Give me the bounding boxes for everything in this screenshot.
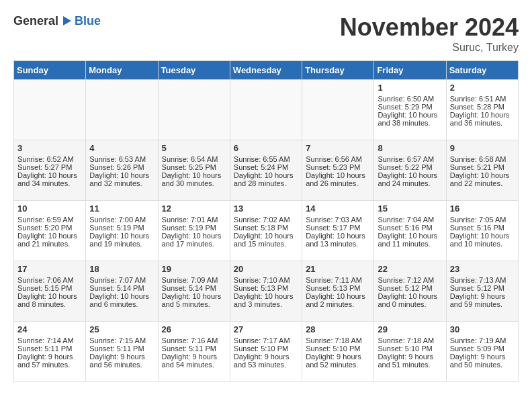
col-monday: Monday	[86, 61, 158, 80]
day-info: Sunrise: 7:11 AM	[306, 276, 370, 284]
day-info: Daylight: 10 hours and 30 minutes.	[162, 171, 226, 187]
day-number: 25	[89, 324, 154, 334]
calendar-cell: 27Sunrise: 7:17 AMSunset: 5:10 PMDayligh…	[230, 322, 302, 382]
calendar-cell: 17Sunrise: 7:06 AMSunset: 5:15 PMDayligh…	[14, 261, 86, 322]
day-info: Sunrise: 6:56 AM	[306, 155, 370, 163]
day-info: Daylight: 9 hours and 54 minutes.	[162, 353, 226, 369]
week-row-4: 17Sunrise: 7:06 AMSunset: 5:15 PMDayligh…	[14, 261, 519, 322]
day-info: Daylight: 10 hours and 32 minutes.	[89, 171, 154, 187]
day-info: Sunset: 5:27 PM	[17, 163, 82, 171]
day-info: Daylight: 10 hours and 15 minutes.	[234, 232, 298, 248]
day-number: 10	[17, 203, 82, 214]
col-friday: Friday	[374, 61, 446, 80]
day-info: Sunrise: 6:50 AM	[378, 95, 442, 103]
day-info: Sunset: 5:28 PM	[450, 103, 515, 111]
calendar-cell: 6Sunrise: 6:55 AMSunset: 5:24 PMDaylight…	[230, 140, 302, 201]
day-info: Sunrise: 7:05 AM	[450, 216, 515, 224]
calendar-cell: 1Sunrise: 6:50 AMSunset: 5:29 PMDaylight…	[374, 80, 446, 140]
day-info: Sunset: 5:20 PM	[17, 224, 82, 232]
day-info: Daylight: 10 hours and 3 minutes.	[234, 292, 298, 308]
day-number: 21	[306, 264, 370, 274]
calendar-cell: 16Sunrise: 7:05 AMSunset: 5:16 PMDayligh…	[446, 201, 518, 261]
day-info: Daylight: 10 hours and 38 minutes.	[378, 111, 442, 127]
day-number: 6	[234, 143, 298, 153]
day-info: Daylight: 10 hours and 24 minutes.	[378, 171, 442, 187]
calendar-cell: 29Sunrise: 7:18 AMSunset: 5:10 PMDayligh…	[374, 322, 446, 382]
day-info: Sunrise: 6:54 AM	[162, 155, 226, 163]
logo-arrow-icon	[59, 13, 74, 28]
calendar-cell	[230, 80, 302, 140]
day-info: Daylight: 10 hours and 0 minutes.	[378, 292, 442, 308]
day-info: Daylight: 9 hours and 53 minutes.	[234, 353, 298, 369]
location: Suruc, Turkey	[340, 42, 519, 54]
day-info: Sunrise: 7:07 AM	[89, 276, 154, 284]
day-info: Daylight: 10 hours and 19 minutes.	[89, 232, 154, 248]
day-info: Daylight: 10 hours and 10 minutes.	[450, 232, 515, 248]
day-number: 13	[234, 203, 298, 214]
day-info: Sunset: 5:12 PM	[378, 284, 442, 292]
day-info: Sunrise: 7:19 AM	[450, 336, 515, 345]
day-number: 28	[306, 324, 370, 334]
day-number: 1	[378, 83, 442, 93]
calendar-cell: 19Sunrise: 7:09 AMSunset: 5:14 PMDayligh…	[158, 261, 230, 322]
calendar-cell: 22Sunrise: 7:12 AMSunset: 5:12 PMDayligh…	[374, 261, 446, 322]
day-info: Daylight: 10 hours and 28 minutes.	[234, 171, 298, 187]
day-info: Sunset: 5:24 PM	[234, 163, 298, 171]
day-info: Sunrise: 7:13 AM	[450, 276, 515, 284]
day-info: Daylight: 9 hours and 57 minutes.	[17, 353, 82, 369]
day-number: 7	[306, 143, 370, 153]
day-info: Sunset: 5:17 PM	[306, 224, 370, 232]
day-info: Sunset: 5:21 PM	[450, 163, 515, 171]
calendar-cell: 26Sunrise: 7:16 AMSunset: 5:11 PMDayligh…	[158, 322, 230, 382]
calendar-cell	[158, 80, 230, 140]
day-number: 15	[378, 203, 442, 214]
svg-marker-0	[63, 16, 71, 26]
day-info: Sunset: 5:13 PM	[234, 284, 298, 292]
day-number: 30	[450, 324, 515, 334]
week-row-5: 24Sunrise: 7:14 AMSunset: 5:11 PMDayligh…	[14, 322, 519, 382]
col-wednesday: Wednesday	[230, 61, 302, 80]
day-info: Sunset: 5:25 PM	[162, 163, 226, 171]
logo: General Blue	[13, 13, 101, 28]
day-info: Sunrise: 6:55 AM	[234, 155, 298, 163]
day-info: Sunrise: 7:06 AM	[17, 276, 82, 284]
day-info: Sunset: 5:19 PM	[89, 224, 154, 232]
day-info: Sunset: 5:29 PM	[378, 103, 442, 111]
day-info: Sunset: 5:10 PM	[234, 345, 298, 353]
day-info: Sunset: 5:11 PM	[162, 345, 226, 353]
day-number: 24	[17, 324, 82, 334]
day-info: Daylight: 10 hours and 34 minutes.	[17, 171, 82, 187]
day-number: 14	[306, 203, 370, 214]
calendar-cell: 14Sunrise: 7:03 AMSunset: 5:17 PMDayligh…	[302, 201, 374, 261]
day-number: 26	[162, 324, 226, 334]
day-info: Sunset: 5:09 PM	[450, 345, 515, 353]
day-info: Sunset: 5:14 PM	[89, 284, 154, 292]
day-info: Sunset: 5:23 PM	[306, 163, 370, 171]
calendar-cell: 2Sunrise: 6:51 AMSunset: 5:28 PMDaylight…	[446, 80, 518, 140]
day-info: Sunrise: 7:17 AM	[234, 336, 298, 345]
day-info: Sunrise: 6:59 AM	[17, 216, 82, 224]
calendar-cell: 12Sunrise: 7:01 AMSunset: 5:19 PMDayligh…	[158, 201, 230, 261]
calendar-cell: 15Sunrise: 7:04 AMSunset: 5:16 PMDayligh…	[374, 201, 446, 261]
calendar-cell: 13Sunrise: 7:02 AMSunset: 5:18 PMDayligh…	[230, 201, 302, 261]
day-info: Daylight: 9 hours and 59 minutes.	[450, 292, 515, 308]
day-info: Daylight: 10 hours and 21 minutes.	[17, 232, 82, 248]
calendar-header-row: Sunday Monday Tuesday Wednesday Thursday…	[14, 61, 519, 80]
calendar-cell: 28Sunrise: 7:18 AMSunset: 5:10 PMDayligh…	[302, 322, 374, 382]
day-info: Daylight: 9 hours and 52 minutes.	[306, 353, 370, 369]
day-info: Daylight: 10 hours and 36 minutes.	[450, 111, 515, 127]
day-info: Daylight: 10 hours and 2 minutes.	[306, 292, 370, 308]
week-row-2: 3Sunrise: 6:52 AMSunset: 5:27 PMDaylight…	[14, 140, 519, 201]
calendar-cell: 11Sunrise: 7:00 AMSunset: 5:19 PMDayligh…	[86, 201, 158, 261]
day-info: Sunset: 5:19 PM	[162, 224, 226, 232]
day-info: Daylight: 10 hours and 26 minutes.	[306, 171, 370, 187]
day-info: Sunrise: 7:00 AM	[89, 216, 154, 224]
day-number: 17	[17, 264, 82, 274]
day-info: Sunset: 5:11 PM	[89, 345, 154, 353]
day-info: Sunset: 5:14 PM	[162, 284, 226, 292]
calendar-cell: 7Sunrise: 6:56 AMSunset: 5:23 PMDaylight…	[302, 140, 374, 201]
col-thursday: Thursday	[302, 61, 374, 80]
month-title: November 2024	[340, 13, 519, 42]
day-number: 29	[378, 324, 442, 334]
day-info: Sunset: 5:16 PM	[450, 224, 515, 232]
